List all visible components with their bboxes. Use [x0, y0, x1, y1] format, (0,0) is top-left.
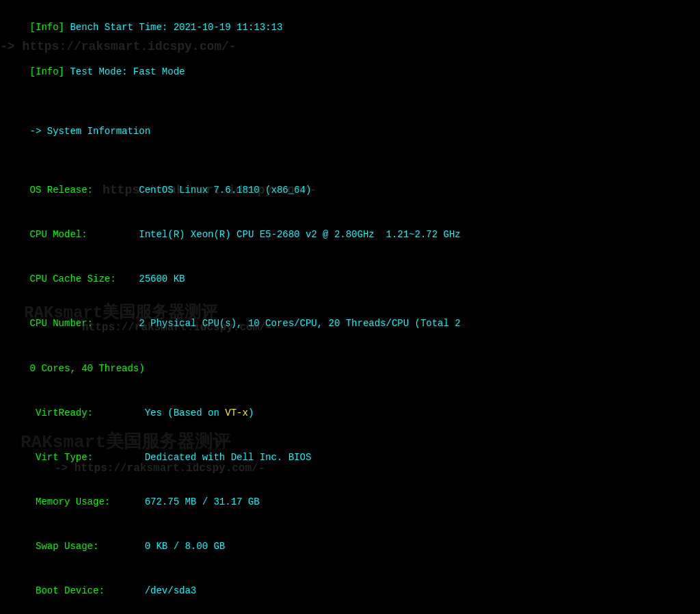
virtready-key: VirtReady:: [30, 408, 145, 418]
cpu-number-cont-line: 0 Cores, 40 Threads): [7, 347, 693, 391]
cpu-number-line: CPU Number: 2 Physical CPU(s), 10 Cores/…: [7, 302, 693, 347]
system-info-header: -> System Information: [7, 109, 693, 154]
swap-usage-key: Swap Usage:: [30, 541, 145, 552]
os-release-value: CentOS Linux 7.6.1810 (x86_64): [139, 185, 311, 196]
info-bracket-2: [Info]: [30, 66, 64, 77]
virt-type-line: Virt Type: Dedicated with Dell Inc. BIOS: [7, 436, 693, 480]
cpu-cache-value: 25600 KB: [139, 273, 185, 284]
cpu-number-value: 2 Physical CPU(s), 10 Cores/CPU, 20 Thre…: [139, 318, 460, 329]
cpu-model-value: Intel(R) Xeon(R) CPU E5-2680 v2 @ 2.80GH…: [139, 229, 460, 240]
memory-usage-key: Memory Usage:: [30, 496, 145, 507]
swap-usage-line: Swap Usage: 0 KB / 8.00 GB: [7, 524, 693, 569]
bench-start-text: Bench Start Time: 2021-10-19 11:13:13: [64, 22, 282, 33]
virtready-line: VirtReady: Yes (Based on VT-x): [7, 391, 693, 436]
os-release-line: OS Release: CentOS Linux 7.6.1810 (x86_6…: [7, 169, 693, 213]
terminal: [Info] Bench Start Time: 2021-10-19 11:1…: [0, 0, 700, 614]
info-bracket-1: [Info]: [30, 22, 64, 33]
test-mode-text: Test Mode: Fast Mode: [64, 66, 185, 77]
virt-type-key: Virt Type:: [30, 452, 145, 463]
virtready-paren: ): [248, 408, 254, 418]
virtready-value: Yes (Based on: [145, 408, 226, 418]
swap-usage-value: 0 KB / 8.00 GB: [145, 541, 226, 552]
bench-start-line: [Info] Bench Start Time: 2021-10-19 11:1…: [7, 5, 693, 50]
test-mode-line: [Info] Test Mode: Fast Mode: [7, 50, 693, 94]
cpu-cache-key: CPU Cache Size:: [30, 273, 139, 284]
memory-usage-value: 672.75 MB / 31.17 GB: [145, 496, 260, 507]
virt-type-value: Dedicated with Dell Inc. BIOS: [145, 452, 312, 463]
boot-device-value: /dev/sda3: [145, 585, 197, 596]
cpu-model-line: CPU Model: Intel(R) Xeon(R) CPU E5-2680 …: [7, 213, 693, 258]
virtready-vt: VT-x: [225, 408, 248, 418]
cpu-number-cont: 0 Cores, 40 Threads): [30, 363, 145, 374]
memory-usage-line: Memory Usage: 672.75 MB / 31.17 GB: [7, 480, 693, 524]
cpu-model-key: CPU Model:: [30, 229, 139, 240]
blank-1: [7, 94, 693, 109]
blank-2: [7, 154, 693, 169]
boot-device-line: Boot Device: /dev/sda3: [7, 569, 693, 613]
boot-device-key: Boot Device:: [30, 585, 145, 596]
cpu-number-key: CPU Number:: [30, 318, 139, 329]
os-release-key: OS Release:: [30, 185, 139, 196]
cpu-cache-line: CPU Cache Size: 25600 KB: [7, 258, 693, 302]
